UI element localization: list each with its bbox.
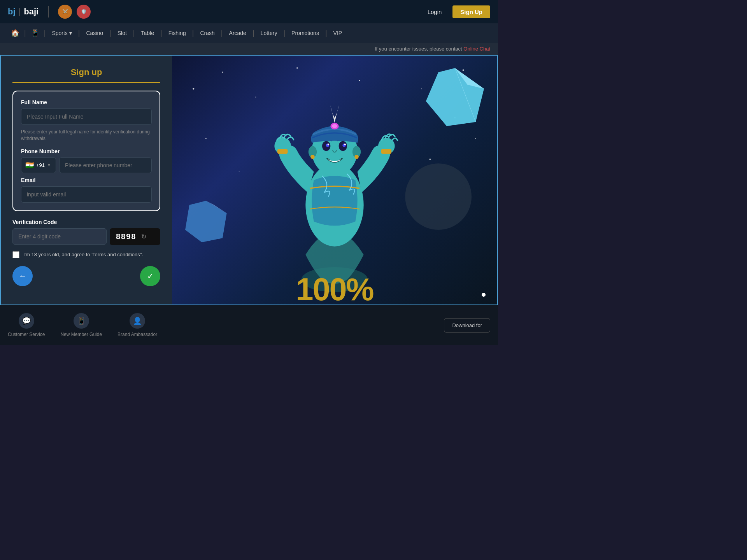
footer: 💬 Customer Service 📱 New Member Guide 👤 … bbox=[0, 305, 498, 345]
svg-point-2 bbox=[255, 97, 256, 98]
full-name-input[interactable] bbox=[21, 108, 152, 125]
svg-point-31 bbox=[344, 144, 346, 145]
nav-promotions[interactable]: Promotions bbox=[285, 30, 325, 36]
verification-input[interactable] bbox=[12, 228, 107, 245]
home-icon[interactable]: 🏠 bbox=[6, 29, 24, 37]
terms-text: I'm 18 years old, and agree to "terms an… bbox=[23, 252, 143, 257]
terms-checkbox[interactable] bbox=[12, 251, 19, 258]
email-label: Email bbox=[21, 177, 152, 183]
footer-new-member: 📱 New Member Guide bbox=[60, 313, 102, 337]
svg-point-12 bbox=[405, 163, 472, 230]
captcha-code: 8898 bbox=[116, 232, 137, 241]
header-actions: Login Sign Up bbox=[421, 5, 490, 18]
svg-point-5 bbox=[421, 88, 422, 89]
navbar: 🏠 | 📱 | Sports ▾ | Casino | Slot | Table… bbox=[0, 23, 498, 43]
logo-area: bj | baji bbox=[8, 7, 39, 17]
customer-service-label: Customer Service bbox=[8, 332, 45, 337]
svg-marker-13 bbox=[426, 68, 484, 126]
svg-point-9 bbox=[205, 138, 207, 139]
nav-sports[interactable]: Sports ▾ bbox=[46, 30, 78, 36]
svg-rect-22 bbox=[277, 149, 288, 154]
customer-service-icon: 💬 bbox=[19, 313, 34, 329]
svg-point-10 bbox=[239, 172, 240, 172]
game-icons: ⚔️ 🛡️ bbox=[58, 5, 91, 19]
nav-fishing[interactable]: Fishing bbox=[162, 30, 192, 36]
phone-row: 🇮🇳 +91 ▼ bbox=[21, 158, 152, 173]
nav-arcade[interactable]: Arcade bbox=[223, 30, 253, 36]
full-name-hint: Please enter your full legal name for id… bbox=[21, 129, 152, 142]
game-icon-2[interactable]: 🛡️ bbox=[77, 5, 91, 19]
header: bj | baji ⚔️ 🛡️ Login Sign Up bbox=[0, 0, 498, 23]
phone-input[interactable] bbox=[59, 158, 152, 173]
svg-point-1 bbox=[222, 72, 223, 73]
nav-table[interactable]: Table bbox=[135, 30, 160, 36]
svg-point-37 bbox=[332, 124, 337, 128]
nav-vip[interactable]: VIP bbox=[327, 30, 349, 36]
nav-lottery[interactable]: Lottery bbox=[254, 30, 284, 36]
check-icon: ✓ bbox=[147, 271, 154, 281]
mobile-icon[interactable]: 📱 bbox=[26, 29, 44, 37]
flag-icon: 🇮🇳 bbox=[25, 161, 34, 170]
nav-casino[interactable]: Casino bbox=[80, 30, 109, 36]
brand-ambassador-icon: 👤 bbox=[130, 313, 145, 329]
back-button[interactable]: ← bbox=[12, 266, 33, 286]
form-card: Full Name Please enter your full legal n… bbox=[12, 91, 160, 211]
footer-brand-ambassador: 👤 Brand Ambassador bbox=[117, 313, 157, 337]
info-text: If you encounter issues, please contact bbox=[375, 46, 462, 52]
svg-point-0 bbox=[193, 88, 194, 89]
svg-point-8 bbox=[475, 138, 476, 139]
new-member-label: New Member Guide bbox=[60, 332, 102, 337]
svg-point-34 bbox=[310, 155, 315, 159]
signup-panel: Sign up Full Name Please enter your full… bbox=[1, 56, 172, 304]
dot-indicator bbox=[482, 293, 486, 297]
svg-point-3 bbox=[296, 67, 298, 69]
logo-pipe: | bbox=[19, 7, 21, 17]
full-name-label: Full Name bbox=[21, 99, 152, 105]
back-icon: ← bbox=[19, 271, 26, 280]
header-divider bbox=[48, 6, 49, 18]
svg-point-6 bbox=[463, 69, 464, 71]
login-button[interactable]: Login bbox=[421, 5, 448, 18]
promo-bg: 100% FIRST DEPOSIT BONUS ON SLOT & FISHI… bbox=[172, 56, 497, 304]
svg-point-30 bbox=[328, 144, 329, 145]
refresh-icon[interactable]: ↻ bbox=[141, 233, 146, 240]
country-code: +91 bbox=[36, 162, 45, 168]
next-button[interactable]: ✓ bbox=[140, 266, 160, 286]
verification-row: 8898 ↻ bbox=[12, 228, 160, 245]
new-member-icon: 📱 bbox=[74, 313, 89, 329]
captcha-box: 8898 ↻ bbox=[110, 228, 160, 245]
svg-point-35 bbox=[354, 155, 359, 159]
terms-row: I'm 18 years old, and agree to "terms an… bbox=[12, 251, 160, 258]
brand-ambassador-label: Brand Ambassador bbox=[117, 332, 157, 337]
svg-text:100%: 100% bbox=[296, 272, 374, 304]
info-bar: If you encounter issues, please contact … bbox=[0, 43, 498, 55]
verification-section: Verification Code 8898 ↻ bbox=[12, 219, 160, 245]
svg-point-4 bbox=[359, 80, 360, 81]
email-input[interactable] bbox=[21, 186, 152, 203]
verification-label: Verification Code bbox=[12, 219, 160, 225]
genie-scene: 100% FIRST DEPOSIT BONUS ON SLOT & FISHI… bbox=[172, 56, 497, 304]
dot-1 bbox=[482, 293, 486, 297]
footer-customer-service: 💬 Customer Service bbox=[8, 313, 45, 337]
main-content: Sign up Full Name Please enter your full… bbox=[0, 55, 498, 305]
form-nav: ← ✓ bbox=[12, 266, 160, 286]
nav-slot[interactable]: Slot bbox=[111, 30, 133, 36]
logo-baji: baji bbox=[24, 7, 39, 17]
svg-marker-16 bbox=[185, 201, 227, 242]
phone-label: Phone Number bbox=[21, 148, 152, 154]
svg-rect-23 bbox=[381, 149, 391, 154]
signup-button[interactable]: Sign Up bbox=[452, 5, 490, 18]
chevron-down-icon: ▼ bbox=[47, 163, 51, 167]
online-chat-link[interactable]: Online Chat bbox=[463, 46, 490, 52]
svg-point-11 bbox=[429, 159, 431, 160]
signup-title: Sign up bbox=[12, 67, 160, 83]
game-icon-1[interactable]: ⚔️ bbox=[58, 5, 72, 19]
country-selector[interactable]: 🇮🇳 +91 ▼ bbox=[21, 158, 56, 173]
download-button[interactable]: Download for bbox=[444, 318, 490, 332]
nav-crash[interactable]: Crash bbox=[194, 30, 221, 36]
logo-bj: bj bbox=[8, 7, 16, 17]
promo-panel: 100% FIRST DEPOSIT BONUS ON SLOT & FISHI… bbox=[172, 56, 497, 304]
